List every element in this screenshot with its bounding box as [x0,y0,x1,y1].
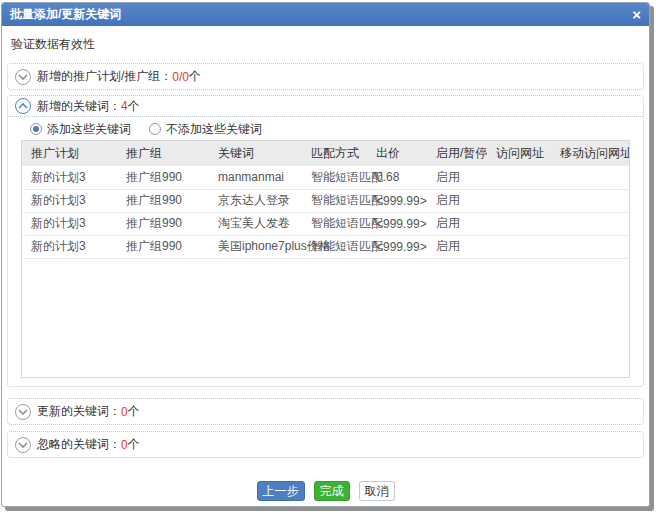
cell-match-type: 智能短语匹配 [302,235,367,258]
radio-label: 添加这些关键词 [47,121,131,138]
cell-match-type: 智能短语匹配 [302,166,367,189]
cell-url [487,166,551,189]
chevron-up-icon[interactable] [15,98,31,114]
radio-add-keywords[interactable]: 添加这些关键词 [30,121,131,138]
section-label: 新增的推广计划/推广组： [37,68,172,85]
table-row: 新的计划3 推广组990 京东达人登录 智能短语匹配 <999.99> 启用 [22,189,630,212]
col-header-campaign: 推广计划 [22,141,117,166]
radio-label: 不添加这些关键词 [166,121,262,138]
cell-status: 启用 [427,235,487,258]
dialog-title: 批量添加/更新关键词 [10,6,121,23]
table-header-row: 推广计划 推广组 关键词 匹配方式 出价 启用/暂停 访问网址 移动访问网址 [22,141,630,166]
batch-keywords-dialog: 批量添加/更新关键词 × 验证数据有效性 新增的推广计划/推广组： 0/0 个 … [1,2,650,507]
close-icon[interactable]: × [632,7,641,22]
table-row: 新的计划3 推广组990 manmanmai 智能短语匹配 0.68 启用 [22,166,630,189]
col-header-match-type: 匹配方式 [302,141,367,166]
col-header-keyword: 关键词 [209,141,302,166]
cell-url [487,235,551,258]
section-new-plans[interactable]: 新增的推广计划/推广组： 0/0 个 [7,63,644,90]
cell-match-type: 智能短语匹配 [302,189,367,212]
keywords-table: 推广计划 推广组 关键词 匹配方式 出价 启用/暂停 访问网址 移动访问网址 新… [21,140,630,378]
col-header-url: 访问网址 [487,141,551,166]
cell-campaign: 新的计划3 [22,235,117,258]
finish-button[interactable]: 完成 [314,481,350,501]
section-label: 忽略的关键词： [37,436,121,453]
cell-campaign: 新的计划3 [22,212,117,235]
dialog-titlebar: 批量添加/更新关键词 × [2,3,649,26]
dialog-footer: 上一步 完成 取消 [2,481,649,501]
table-row: 新的计划3 推广组990 淘宝美人发卷 智能短语匹配 <999.99> 启用 [22,212,630,235]
section-count: 0/0 [172,70,189,84]
cell-keyword: 淘宝美人发卷 [209,212,302,235]
section-count: 0 [121,438,128,452]
cell-keyword: 京东达人登录 [209,189,302,212]
chevron-down-icon[interactable] [15,404,31,420]
cell-match-type: 智能短语匹配 [302,212,367,235]
section-new-keywords-header[interactable]: 新增的关键词： 4 个 [8,96,643,117]
cell-url [487,189,551,212]
cell-status: 启用 [427,189,487,212]
previous-step-button[interactable]: 上一步 [257,481,305,501]
cell-adgroup: 推广组990 [117,189,209,212]
col-header-status: 启用/暂停 [427,141,487,166]
col-header-mobile-url: 移动访问网址 [551,141,630,166]
section-count: 4 [121,99,128,113]
cell-mobile-url [551,189,630,212]
section-count-unit: 个 [128,403,140,420]
cancel-button[interactable]: 取消 [359,481,395,501]
section-label: 新增的关键词： [37,98,121,115]
cell-keyword: 美国iphone7plus价格 [209,235,302,258]
validation-status-text: 验证数据有效性 [11,36,649,53]
cell-campaign: 新的计划3 [22,189,117,212]
section-count-unit: 个 [189,68,201,85]
keyword-action-radio-group: 添加这些关键词 不添加这些关键词 [30,121,643,137]
cell-adgroup: 推广组990 [117,166,209,189]
col-header-bid: 出价 [367,141,427,166]
cell-adgroup: 推广组990 [117,212,209,235]
section-updated-keywords[interactable]: 更新的关键词： 0 个 [7,398,644,425]
chevron-down-icon[interactable] [15,437,31,453]
cell-campaign: 新的计划3 [22,166,117,189]
section-count-unit: 个 [128,98,140,115]
cell-status: 启用 [427,166,487,189]
section-label: 更新的关键词： [37,403,121,420]
section-new-keywords: 新增的关键词： 4 个 添加这些关键词 不添加这些关键词 [7,95,644,387]
cell-mobile-url [551,212,630,235]
chevron-down-icon[interactable] [15,69,31,85]
col-header-adgroup: 推广组 [117,141,209,166]
cell-status: 启用 [427,212,487,235]
section-count-unit: 个 [128,436,140,453]
section-ignored-keywords[interactable]: 忽略的关键词： 0 个 [7,431,644,458]
cell-mobile-url [551,235,630,258]
radio-dot [30,123,42,135]
cell-adgroup: 推广组990 [117,235,209,258]
cell-mobile-url [551,166,630,189]
section-count: 0 [121,405,128,419]
cell-url [487,212,551,235]
table-row: 新的计划3 推广组990 美国iphone7plus价格 智能短语匹配 <999… [22,235,630,258]
cell-keyword: manmanmai [209,166,302,189]
radio-dot [149,123,161,135]
radio-skip-keywords[interactable]: 不添加这些关键词 [149,121,262,138]
